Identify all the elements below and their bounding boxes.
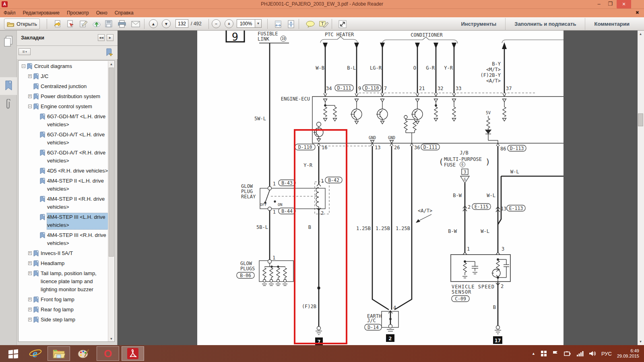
tray-action-center-icon[interactable] [541, 350, 547, 357]
tray-flag-icon[interactable] [552, 350, 559, 357]
bookmark-item-9[interactable]: 4M4-STEP II <L.H. drive vehicles> [19, 177, 108, 193]
bookmark-item-7[interactable]: 6G7-GDI-A/T <R.H. drive vehicles> [19, 149, 108, 165]
pane-button-2[interactable]: Комментарии [585, 18, 638, 30]
expand-panel-icon[interactable]: ▶ [107, 34, 114, 41]
bookmark-label[interactable]: Headlamp [41, 259, 108, 267]
opera-button[interactable]: O [97, 346, 119, 361]
zoom-dropdown-arrow[interactable]: ▼ [255, 19, 262, 28]
collapse-icon[interactable]: − [22, 64, 25, 68]
bookmark-item-12[interactable]: 4M4-STEP III <R.H. drive vehicles> [19, 231, 108, 247]
bookmark-label[interactable]: Side step lamp [41, 316, 108, 324]
add-text-comment-button[interactable]: T [316, 19, 332, 29]
open-button[interactable]: Открыть [4, 19, 40, 29]
bookmark-item-3[interactable]: +Power distribution system [19, 93, 108, 101]
doc-scroll-up-icon[interactable]: ▲ [638, 31, 643, 37]
fit-page-button[interactable] [284, 19, 298, 29]
bookmark-item-16[interactable]: +Front fog lamp [19, 296, 108, 304]
save-button[interactable] [102, 19, 116, 29]
zoom-out-button[interactable]: – [212, 19, 221, 28]
attachments-paperclip-icon[interactable] [4, 99, 13, 111]
bookmark-label[interactable]: Rear fog lamp [41, 306, 108, 314]
zoom-in-button[interactable]: + [225, 19, 233, 28]
bookmark-item-18[interactable]: +Side step lamp [19, 316, 108, 324]
file-explorer-button[interactable] [47, 346, 70, 361]
menu-item-3[interactable]: Окно [93, 9, 111, 17]
bookmark-label[interactable]: 4D5 <R.H. drive vehicles> [47, 167, 108, 175]
bookmark-options-icon[interactable]: ☰ ▾ [19, 48, 31, 55]
email-button[interactable] [128, 19, 143, 29]
bookmark-item-10[interactable]: 4M4-STEP II <R.H. drive vehicles> [19, 195, 108, 211]
expand-icon[interactable]: + [28, 308, 32, 311]
bookmarks-scroll-thumb[interactable] [109, 68, 114, 257]
sign-document-button[interactable] [76, 19, 91, 29]
bookmark-item-13[interactable]: +Invecs-II 5A/T [19, 249, 108, 257]
expand-icon[interactable]: + [28, 95, 32, 98]
menu-item-2[interactable]: Просмотр [63, 9, 93, 17]
minimize-button[interactable]: – [593, 0, 605, 8]
bookmarks-scrollbar[interactable]: ▲ ▼ [108, 61, 114, 342]
fit-width-button[interactable] [271, 19, 285, 29]
expand-icon[interactable]: + [28, 272, 32, 275]
document-scrollbar[interactable]: ▲ ▼ [638, 31, 644, 345]
tray-network-signal-icon[interactable] [576, 351, 584, 357]
bookmark-label[interactable]: 6G7-GDI-M/T <L.H. drive vehicles> [47, 113, 108, 129]
bookmark-item-6[interactable]: 6G7-GDI-A/T <L.H. drive vehicles> [19, 131, 108, 147]
bookmark-item-5[interactable]: 6G7-GDI-M/T <L.H. drive vehicles> [19, 113, 108, 129]
tray-battery-icon[interactable] [564, 350, 571, 357]
expand-icon[interactable]: + [28, 318, 32, 321]
paint-button[interactable] [72, 346, 94, 361]
bookmark-item-4[interactable]: −Engine control system [19, 103, 108, 111]
page-number-input[interactable]: 132 [175, 19, 188, 28]
bookmark-label[interactable]: 6G7-GDI-A/T <L.H. drive vehicles> [47, 131, 108, 147]
upload-cloud-button[interactable] [89, 19, 104, 29]
menu-item-4[interactable]: Справка [111, 9, 137, 17]
close-button[interactable]: × [617, 0, 631, 8]
bookmark-label[interactable]: 4M4-STEP III <L.H. drive vehicles> [47, 213, 108, 229]
bookmark-label[interactable]: Circuit diagrams [34, 62, 108, 70]
bookmark-item-1[interactable]: +J/C [19, 72, 108, 80]
bookmark-item-15[interactable]: +Tail lamp, position lamp, licence plate… [19, 269, 108, 294]
tray-volume-icon[interactable] [589, 350, 596, 357]
start-button[interactable] [4, 346, 23, 361]
bookmark-item-0[interactable]: −Circuit diagrams [19, 62, 108, 70]
doc-scroll-down-icon[interactable]: ▼ [638, 339, 643, 344]
internet-explorer-button[interactable]: e [25, 346, 46, 361]
bookmarks-panel-icon[interactable] [5, 80, 13, 91]
doc-scroll-thumb[interactable] [638, 113, 643, 126]
expand-icon[interactable]: + [28, 261, 32, 265]
export-pdf-button[interactable] [64, 19, 77, 29]
next-page-button[interactable]: ▼ [162, 19, 171, 28]
bookmark-label[interactable]: 4M4-STEP II <L.H. drive vehicles> [47, 177, 108, 193]
zoom-level-input[interactable]: 100% [237, 19, 255, 28]
full-screen-button[interactable] [336, 19, 349, 29]
bookmark-label[interactable]: Front fog lamp [41, 296, 108, 304]
share-file-button[interactable] [51, 19, 64, 29]
bookmark-item-17[interactable]: +Rear fog lamp [19, 306, 108, 314]
tray-show-hidden-icon[interactable]: ▲ [532, 352, 535, 356]
bookmark-label[interactable]: 4M4-STEP III <R.H. drive vehicles> [47, 231, 108, 247]
bookmark-item-2[interactable]: Centralized junction [19, 82, 108, 90]
menu-item-1[interactable]: Редактирование [19, 9, 63, 17]
print-button[interactable] [115, 19, 129, 29]
expand-icon[interactable]: + [28, 251, 32, 255]
bookmark-label[interactable]: 6G7-GDI-A/T <R.H. drive vehicles> [47, 149, 108, 165]
adobe-reader-taskbar-button[interactable] [122, 346, 144, 361]
restore-button[interactable]: ❐ [605, 0, 616, 8]
menu-item-0[interactable]: Файл [0, 9, 19, 17]
hide-menubar-icon[interactable]: ✖ [636, 10, 639, 15]
bookmark-label[interactable]: Power distribution system [41, 93, 108, 101]
expand-icon[interactable]: + [28, 298, 32, 301]
bookmark-label[interactable]: Centralized junction [41, 82, 108, 90]
page-thumbnails-icon[interactable] [4, 35, 14, 47]
bookmark-item-11[interactable]: 4M4-STEP III <L.H. drive vehicles> [19, 213, 108, 229]
tray-language-indicator[interactable]: РУС [601, 351, 612, 357]
tray-clock[interactable]: 6:49 29.09.2015 [617, 348, 641, 359]
bookmark-label[interactable]: 4M4-STEP II <R.H. drive vehicles> [47, 195, 108, 211]
bookmark-item-14[interactable]: +Headlamp [19, 259, 108, 267]
bookmark-label[interactable]: Engine control system [41, 103, 108, 111]
expand-icon[interactable]: + [28, 74, 32, 78]
bookmark-label[interactable]: Invecs-II 5A/T [41, 249, 108, 257]
collapse-icon[interactable]: − [28, 105, 32, 108]
bookmark-item-8[interactable]: 4D5 <R.H. drive vehicles> [19, 167, 108, 175]
pane-button-0[interactable]: Инструменты [452, 18, 505, 30]
